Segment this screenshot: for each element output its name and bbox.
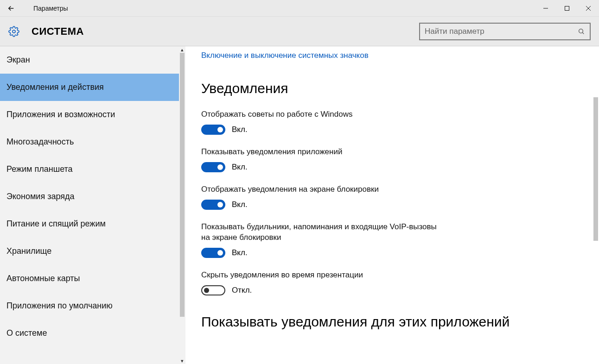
sidebar-item-default-apps[interactable]: Приложения по умолчанию [0, 292, 179, 320]
svg-point-4 [13, 30, 15, 33]
sidebar-item-label: О системе [6, 328, 47, 338]
toggle-row: Вкл. [201, 248, 574, 258]
sidebar-item-apps-features[interactable]: Приложения и возможности [0, 101, 179, 128]
toggle-state-label: Вкл. [232, 200, 248, 209]
toggle-knob [217, 250, 223, 256]
svg-point-5 [579, 29, 583, 33]
toggle-state-label: Вкл. [232, 163, 248, 172]
window-controls [535, 0, 599, 17]
setting-label: Скрыть уведомления во время презентации [201, 270, 442, 281]
sidebar-container: Экран Уведомления и действия Приложения … [0, 46, 185, 364]
arrow-left-icon [7, 4, 15, 13]
toggle-switch[interactable] [201, 285, 225, 295]
sidebar-item-power-sleep[interactable]: Питание и спящий режим [0, 210, 179, 238]
body: Экран Уведомления и действия Приложения … [0, 46, 599, 364]
sidebar-item-tablet-mode[interactable]: Режим планшета [0, 156, 179, 183]
sidebar: Экран Уведомления и действия Приложения … [0, 46, 179, 364]
header-bar: СИСТЕМА [0, 17, 599, 46]
toggle-knob [204, 288, 209, 293]
toggle-row: Вкл. [201, 125, 574, 135]
content-container: Включение и выключение системных значков… [185, 46, 599, 364]
sidebar-scrollbar[interactable]: ▴ ▾ [179, 46, 185, 364]
svg-rect-1 [565, 6, 569, 10]
sidebar-item-battery-saver[interactable]: Экономия заряда [0, 183, 179, 210]
gear-icon [8, 26, 19, 37]
setting-label: Отображать советы по работе с Windows [201, 109, 442, 120]
toggle-row: Вкл. [201, 200, 574, 210]
svg-line-6 [582, 32, 584, 34]
search-input[interactable] [420, 24, 573, 39]
sidebar-item-label: Приложения и возможности [6, 110, 115, 119]
toggle-knob [217, 164, 223, 170]
toggle-row: Вкл. [201, 162, 574, 172]
setting-alarms-voip-lockscreen: Показывать будильники, напоминания и вхо… [201, 222, 574, 258]
minimize-button[interactable] [535, 0, 556, 17]
content: Включение и выключение системных значков… [185, 46, 593, 364]
setting-label: Показывать уведомления приложений [201, 147, 442, 157]
sidebar-item-label: Экономия заряда [6, 192, 75, 201]
scrollbar-thumb[interactable] [180, 53, 185, 317]
toggle-knob [217, 127, 223, 132]
toggle-state-label: Откл. [232, 286, 252, 295]
setting-label: Показывать будильники, напоминания и вхо… [201, 222, 442, 243]
setting-show-app-notifications: Показывать уведомления приложений Вкл. [201, 147, 574, 172]
sidebar-item-label: Хранилище [6, 246, 51, 256]
sidebar-item-label: Питание и спящий режим [6, 219, 106, 229]
toggle-row: Откл. [201, 285, 574, 295]
sidebar-item-label: Автономные карты [6, 274, 80, 283]
setting-show-tips: Отображать советы по работе с Windows Вк… [201, 109, 574, 135]
window-title: Параметры [22, 5, 68, 12]
back-button[interactable] [0, 0, 22, 17]
sidebar-item-display[interactable]: Экран [0, 46, 179, 74]
close-icon [586, 6, 591, 11]
sidebar-item-offline-maps[interactable]: Автономные карты [0, 265, 179, 292]
toggle-switch[interactable] [201, 162, 225, 172]
toggle-state-label: Вкл. [232, 125, 248, 134]
toggle-switch[interactable] [201, 200, 225, 210]
sidebar-item-about[interactable]: О системе [0, 320, 179, 347]
scrollbar-thumb[interactable] [593, 97, 598, 241]
scroll-up-icon[interactable]: ▴ [179, 46, 185, 53]
section-heading-notifications: Уведомления [201, 81, 574, 96]
sidebar-item-notifications[interactable]: Уведомления и действия [0, 74, 179, 101]
maximize-icon [564, 6, 570, 11]
section-heading-app-notifications: Показывать уведомления для этих приложен… [201, 313, 574, 331]
toggle-switch[interactable] [201, 248, 225, 258]
title-bar: Параметры [0, 0, 599, 17]
setting-label: Отображать уведомления на экране блокиро… [201, 184, 442, 195]
search-box[interactable] [419, 23, 591, 40]
toggle-knob [217, 202, 223, 207]
sidebar-item-label: Режим планшета [6, 164, 73, 174]
search-icon [573, 24, 590, 39]
scroll-down-icon[interactable]: ▾ [179, 358, 185, 364]
setting-hide-during-presentation: Скрыть уведомления во время презентации … [201, 270, 574, 295]
sidebar-item-multitasking[interactable]: Многозадачность [0, 128, 179, 156]
setting-lockscreen-notifications: Отображать уведомления на экране блокиро… [201, 184, 574, 210]
sidebar-item-label: Уведомления и действия [6, 82, 104, 92]
sidebar-item-label: Приложения по умолчанию [6, 301, 113, 311]
sidebar-item-storage[interactable]: Хранилище [0, 238, 179, 265]
link-system-icons[interactable]: Включение и выключение системных значков [201, 51, 574, 60]
sidebar-item-label: Многозадачность [6, 137, 74, 147]
toggle-switch[interactable] [201, 125, 225, 135]
toggle-state-label: Вкл. [232, 248, 248, 257]
page-title: СИСТЕМА [32, 25, 84, 38]
close-button[interactable] [578, 0, 599, 17]
sidebar-item-label: Экран [6, 55, 30, 65]
maximize-button[interactable] [556, 0, 578, 17]
content-scrollbar[interactable] [593, 46, 599, 364]
minimize-icon [543, 6, 548, 11]
